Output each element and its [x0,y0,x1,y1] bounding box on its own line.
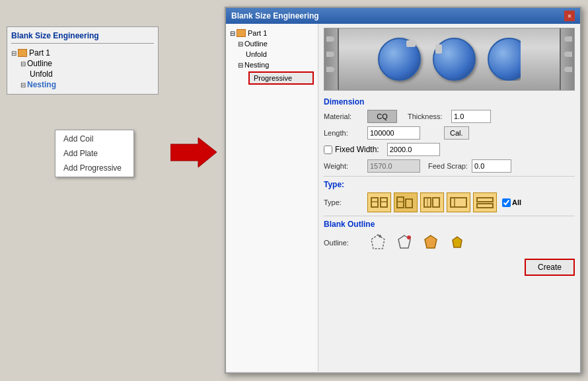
divider2 [324,216,575,216]
blank-size-dialog: Blank Size Engineering × ⊟ Part 1 ⊟ Outl… [225,7,581,374]
outline-row: Outline: [324,232,575,253]
type-icon-5[interactable] [473,192,497,212]
length-row: Length: Cal. [324,126,575,140]
outline-icon-2[interactable] [394,232,415,253]
svg-point-18 [407,235,411,239]
notch [326,52,334,57]
dialog-tree-unfold[interactable]: Unfold [246,49,314,60]
material-button[interactable]: CQ [367,110,397,123]
cal-button[interactable]: Cal. [444,126,469,140]
weight-input [367,159,420,173]
feed-scrap-input[interactable] [472,159,511,173]
fixed-width-input[interactable] [387,143,440,156]
svg-point-16 [379,235,381,237]
dialog-tree-nesting-label: Nesting [244,61,269,69]
dialog-close-button[interactable]: × [564,11,575,21]
type-icon-1[interactable] [367,192,391,212]
thickness-input[interactable] [451,110,491,123]
svg-rect-1 [371,198,378,207]
progressive-item-container: Progressive [239,71,314,85]
left-tree-outline[interactable]: ⊟ Outline [20,58,154,69]
fixed-width-checkbox[interactable] [324,146,332,154]
weight-label: Weight: [324,162,363,170]
type-icon-5-svg [476,195,494,210]
svg-marker-20 [453,237,462,247]
length-input[interactable] [367,126,420,140]
create-button[interactable]: Create [525,259,575,276]
dialog-tree: ⊟ Part 1 ⊟ Outline Unfold ⊟ Nesting Prog… [226,24,318,371]
fixed-width-label: Fixed Width: [335,145,379,154]
add-plate-menu-item[interactable]: Add Plate [55,146,133,161]
length-label: Length: [324,129,363,137]
svg-rect-13 [477,198,493,202]
svg-marker-19 [425,235,437,248]
outline-label: Outline: [324,239,363,247]
outline-icons-container [367,232,468,253]
context-menu: Add Coil Add Plate Add Progressive [55,130,134,177]
svg-rect-2 [381,198,387,207]
type-row: Type: [324,192,575,212]
type-icon-4-svg [449,195,468,210]
strip-circle-3-wrapper [488,38,521,81]
all-checkbox[interactable] [502,198,511,207]
cutout [406,40,416,47]
svg-rect-5 [397,197,404,208]
left-tree-nesting-label: Nesting [27,80,56,89]
type-icon-3[interactable] [420,192,444,212]
dimension-section-title: Dimension [324,97,575,106]
outline-icon-1[interactable] [367,232,388,253]
outline-icon-4[interactable] [447,232,468,253]
type-icon-2[interactable] [394,192,418,212]
add-coil-menu-item[interactable]: Add Coil [55,132,133,146]
svg-rect-9 [433,198,439,207]
left-tree-part1[interactable]: ⊟ Part 1 [11,48,154,58]
fixed-width-checkbox-row: Fixed Width: [324,145,379,154]
dialog-main: Dimension Material: CQ Thickness: Length… [318,24,580,371]
strip-circle-2-wrapper [433,38,476,81]
strip-circle-3 [488,38,521,81]
left-tree-nesting[interactable]: ⊟ Nesting [20,79,154,90]
progressive-item[interactable]: Progressive [248,71,314,85]
right-arrow-icon [170,134,220,171]
dialog-titlebar: Blank Size Engineering × [226,8,580,24]
type-icon-1-svg [370,195,388,210]
left-panel-title: Blank Size Engineering [11,31,154,44]
outline-icon-1-svg [368,233,388,253]
svg-rect-14 [477,204,493,208]
notch [326,36,334,42]
strip-right-edge [560,28,574,90]
svg-marker-15 [371,235,385,249]
fixed-width-row: Fixed Width: [324,143,575,156]
expand-nesting: ⊟ [238,62,243,69]
dialog-part-icon [237,29,246,37]
expand-icon-nesting: ⊟ [20,81,27,89]
blank-outline-section-title: Blank Outline [324,220,575,229]
type-icon-2-svg [396,195,415,210]
outline-icon-3[interactable] [420,232,441,253]
notch [326,67,334,72]
material-label: Material: [324,112,363,120]
notch [564,67,572,72]
add-progressive-menu-item[interactable]: Add Progressive [55,161,133,175]
expand-outline: ⊟ [238,40,243,48]
dialog-title: Blank Size Engineering [231,11,319,21]
dialog-tree-outline-label: Outline [244,40,268,48]
dialog-tree-unfold-label: Unfold [246,50,267,58]
feed-scrap-label: Feed Scrap: [428,162,468,170]
create-button-container: Create [324,259,575,276]
type-label: Type: [324,198,363,206]
dialog-tree-outline[interactable]: ⊟ Outline [238,38,314,49]
expand-icon: ⊟ [11,50,18,57]
left-tree-unfold[interactable]: Unfold [30,69,154,79]
type-icon-4[interactable] [447,192,470,212]
all-checkbox-container: All [502,198,521,207]
expand-icon-outline: ⊟ [20,60,27,67]
dialog-tree-nesting[interactable]: ⊟ Nesting [238,60,314,70]
outline-icon-4-svg [447,233,467,253]
type-section-title: Type: [324,180,575,189]
dialog-tree-part1[interactable]: ⊟ Part 1 [230,28,314,38]
svg-rect-6 [406,199,412,208]
outline-icon-2-svg [394,233,414,253]
notch [564,36,572,42]
left-panel: Blank Size Engineering ⊟ Part 1 ⊟ Outlin… [7,26,159,95]
